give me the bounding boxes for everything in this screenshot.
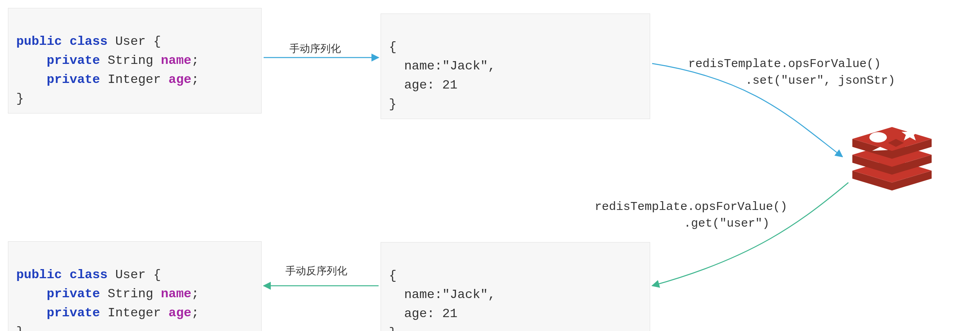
field-age: age — [168, 306, 191, 320]
class-name: User { — [115, 34, 161, 49]
json-close: } — [389, 97, 396, 112]
keyword-private: private — [47, 53, 100, 68]
serialize-label: 手动序列化 — [289, 42, 341, 56]
close-brace: } — [16, 91, 24, 106]
json-open: { — [389, 268, 396, 283]
json-name-line: name:"Jack", — [389, 287, 496, 302]
keyword-private: private — [47, 287, 100, 301]
set-call-label: redisTemplate.opsForValue() .set("user",… — [674, 56, 895, 89]
keyword-private: private — [47, 306, 100, 320]
json-name-line: name:"Jack", — [389, 59, 496, 73]
json-age-line: age: 21 — [389, 78, 457, 92]
json-close: } — [389, 325, 396, 331]
deserialize-label: 手动反序列化 — [285, 264, 347, 278]
type-string: String — [107, 287, 153, 301]
close-brace: } — [16, 325, 24, 331]
keyword-public: public — [16, 34, 62, 49]
type-integer: Integer — [107, 72, 161, 87]
json-open: { — [389, 40, 396, 54]
type-string: String — [107, 53, 153, 68]
field-age: age — [168, 72, 191, 87]
redis-icon — [844, 103, 940, 198]
user-class-box-bottom: public class User { private String name;… — [8, 241, 262, 331]
user-class-box-top: public class User { private String name;… — [8, 8, 262, 114]
json-box-top: { name:"Jack", age: 21 } — [381, 13, 650, 119]
class-name: User { — [115, 267, 161, 282]
json-box-bottom: { name:"Jack", age: 21 } — [381, 242, 650, 331]
keyword-class: class — [69, 267, 107, 282]
field-name: name — [161, 53, 191, 68]
arrow-get — [652, 183, 848, 286]
json-age-line: age: 21 — [389, 306, 457, 321]
get-call-label: redisTemplate.opsForValue() .get("user") — [595, 198, 787, 232]
keyword-class: class — [69, 34, 107, 49]
type-integer: Integer — [107, 306, 161, 320]
keyword-public: public — [16, 267, 62, 282]
svg-point-6 — [869, 132, 887, 142]
field-name: name — [161, 287, 191, 301]
keyword-private: private — [47, 72, 100, 87]
